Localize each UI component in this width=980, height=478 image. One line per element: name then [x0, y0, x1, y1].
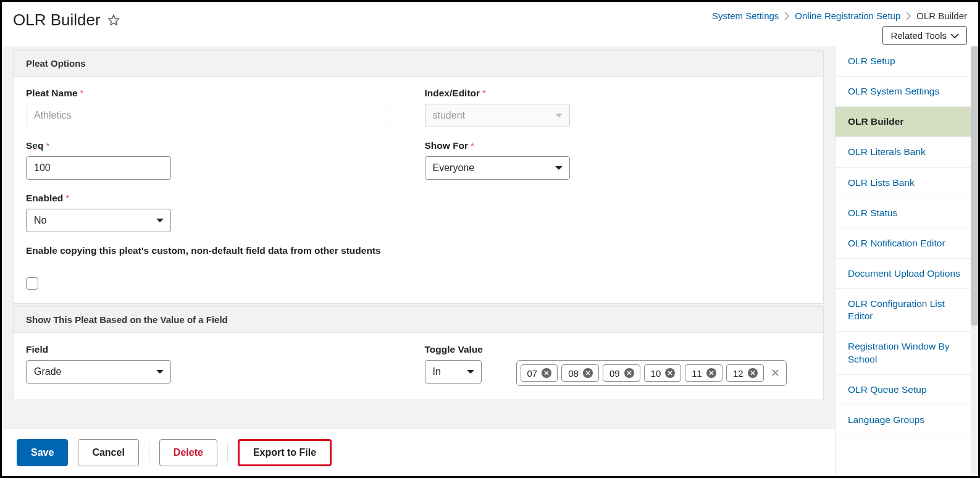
- caret-down-icon: [466, 369, 475, 375]
- pleat-name-label: Pleat Name*: [26, 88, 413, 99]
- sidebar-item[interactable]: OLR Queue Setup: [836, 375, 978, 405]
- divider: [149, 443, 149, 462]
- seq-label: Seq*: [26, 140, 413, 151]
- toggle-value-label: Toggle Value: [425, 344, 811, 355]
- breadcrumb-link-2[interactable]: Online Registration Setup: [795, 10, 900, 21]
- show-based-body: Field Grade Toggle Value: [14, 333, 823, 400]
- save-button[interactable]: Save: [17, 439, 68, 466]
- related-tools-label: Related Tools: [890, 30, 947, 41]
- tag-label: 07: [527, 368, 538, 379]
- close-icon[interactable]: [624, 367, 635, 379]
- index-editor-select[interactable]: student: [425, 104, 570, 127]
- tag-chip[interactable]: 11: [685, 364, 722, 382]
- pleat-options-body: Pleat Name* Index/Editor* student: [14, 77, 823, 303]
- tag-label: 10: [651, 368, 661, 379]
- sidebar-item[interactable]: OLR Setup: [836, 46, 978, 77]
- side-nav[interactable]: OLR SetupOLR System SettingsOLR BuilderO…: [835, 46, 978, 476]
- close-icon[interactable]: [664, 367, 676, 379]
- tag-label: 09: [609, 368, 620, 379]
- sidebar-item[interactable]: OLR Lists Bank: [836, 168, 978, 198]
- page-title-wrap: OLR Builder: [13, 10, 120, 30]
- caret-down-icon: [555, 112, 563, 119]
- related-tools-button[interactable]: Related Tools: [882, 26, 967, 45]
- cancel-button[interactable]: Cancel: [78, 439, 138, 466]
- tag-label: 11: [692, 368, 702, 379]
- enable-copy-checkbox[interactable]: [26, 277, 38, 290]
- content-row: Pleat Options Pleat Name*: [2, 46, 978, 476]
- pleat-options-panel: Pleat Options Pleat Name*: [13, 50, 824, 304]
- chevron-down-icon: [950, 33, 959, 39]
- action-bar: Save Cancel Delete Export to File: [2, 428, 835, 476]
- tag-label: 08: [568, 368, 579, 379]
- pleat-name-input[interactable]: [26, 104, 390, 127]
- breadcrumb-link-1[interactable]: System Settings: [712, 10, 779, 21]
- sidebar-item[interactable]: Registration Window By School: [836, 332, 978, 374]
- caret-down-icon: [156, 369, 164, 375]
- star-icon[interactable]: [107, 14, 120, 27]
- top-bar: OLR Builder System Settings Online Regis…: [2, 2, 978, 45]
- close-icon[interactable]: [747, 367, 758, 379]
- scrollbar-thumb[interactable]: [971, 46, 978, 325]
- app-frame: OLR Builder System Settings Online Regis…: [0, 0, 980, 478]
- scrollbar[interactable]: [971, 46, 978, 476]
- scroll-region[interactable]: Pleat Options Pleat Name*: [2, 46, 835, 428]
- close-icon[interactable]: [541, 367, 552, 379]
- breadcrumb: System Settings Online Registration Setu…: [712, 10, 967, 21]
- close-icon[interactable]: [706, 367, 717, 379]
- show-for-select[interactable]: Everyone: [425, 156, 570, 180]
- show-based-panel: Show This Pleat Based on the Value of a …: [13, 306, 824, 400]
- seq-input[interactable]: [26, 156, 171, 180]
- enabled-select[interactable]: No: [26, 209, 171, 232]
- tag-chip[interactable]: 12: [726, 364, 764, 382]
- main-area: Pleat Options Pleat Name*: [2, 46, 835, 476]
- chevron-right-icon: [905, 12, 911, 20]
- breadcrumb-wrap: System Settings Online Registration Setu…: [712, 10, 967, 45]
- show-based-header: Show This Pleat Based on the Value of a …: [14, 307, 823, 333]
- page-title: OLR Builder: [13, 10, 101, 30]
- pleat-options-header: Pleat Options: [14, 51, 823, 77]
- chevron-right-icon: [784, 12, 790, 20]
- caret-down-icon: [156, 217, 164, 224]
- index-editor-label: Index/Editor*: [425, 88, 811, 99]
- clear-all-icon[interactable]: ✕: [771, 366, 780, 380]
- export-button[interactable]: Export to File: [238, 439, 332, 466]
- sidebar-item[interactable]: OLR System Settings: [836, 77, 978, 107]
- enabled-label: Enabled*: [26, 193, 811, 204]
- enable-copy-label: Enable copying this pleat's custom, non-…: [26, 245, 811, 256]
- sidebar-item[interactable]: OLR Status: [836, 198, 978, 229]
- tag-label: 12: [733, 368, 743, 379]
- sidebar-item[interactable]: OLR Literals Bank: [836, 137, 978, 167]
- tag-chip[interactable]: 08: [561, 364, 599, 382]
- sidebar-item[interactable]: Language Groups: [836, 405, 978, 435]
- close-icon[interactable]: [582, 367, 593, 379]
- tag-chip[interactable]: 07: [521, 364, 558, 382]
- sidebar-item[interactable]: Document Upload Options: [836, 259, 978, 289]
- sidebar-item[interactable]: OLR Notification Editor: [836, 229, 978, 259]
- tag-chip[interactable]: 10: [644, 364, 682, 382]
- breadcrumb-current: OLR Builder: [916, 10, 967, 21]
- caret-down-icon: [555, 165, 563, 171]
- sidebar-item[interactable]: OLR Configuration List Editor: [836, 289, 978, 332]
- show-for-label: Show For*: [425, 140, 811, 151]
- field-label: Field: [26, 344, 413, 355]
- divider: [227, 443, 228, 462]
- toggle-values-tags[interactable]: 070809101112 ✕: [516, 360, 787, 386]
- tag-chip[interactable]: 09: [603, 364, 640, 382]
- delete-button[interactable]: Delete: [159, 439, 217, 466]
- toggle-op-select[interactable]: In: [425, 360, 482, 384]
- sidebar-item[interactable]: OLR Builder: [836, 107, 978, 137]
- field-select[interactable]: Grade: [26, 360, 171, 384]
